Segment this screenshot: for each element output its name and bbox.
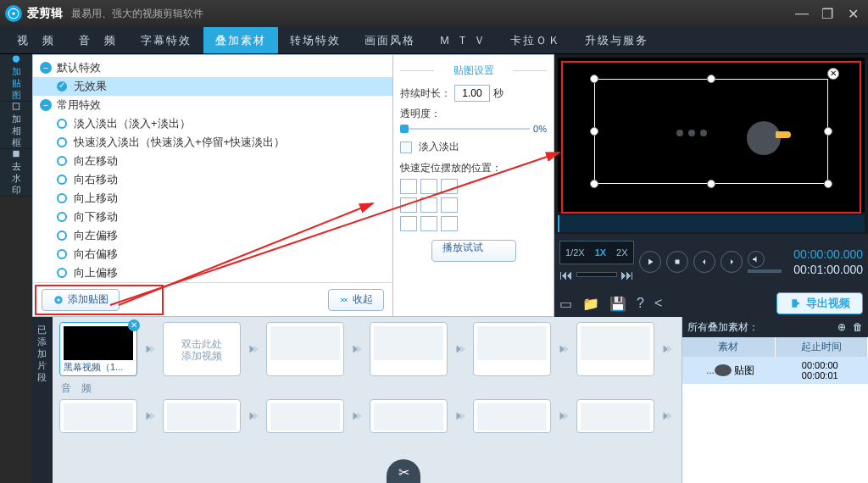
stop-button[interactable] <box>666 251 688 273</box>
clip-empty[interactable]: 双击此处添加视频 <box>163 322 241 376</box>
resize-handle[interactable] <box>707 180 715 188</box>
opacity-slider[interactable] <box>400 123 530 135</box>
sticker-delete-icon[interactable]: ✕ <box>827 68 839 80</box>
transition-icon[interactable] <box>142 341 158 357</box>
resize-handle[interactable] <box>707 75 715 83</box>
clip-remove-icon[interactable]: ✕ <box>128 319 140 331</box>
delete-material-icon[interactable]: 🗑 <box>853 321 863 333</box>
pos-ml[interactable] <box>400 197 417 213</box>
play-test-button[interactable]: 播放试试 <box>431 240 516 262</box>
transition-icon[interactable] <box>453 408 468 424</box>
sticker-icon[interactable] <box>747 121 781 155</box>
sticker-selection-box[interactable]: ✕ <box>594 79 827 184</box>
fade-checkbox[interactable] <box>400 142 412 153</box>
resize-handle[interactable] <box>590 180 598 188</box>
help-icon[interactable]: ? <box>637 296 644 311</box>
close-button[interactable]: ✕ <box>843 3 863 24</box>
effect-item[interactable]: 向左移动 <box>33 152 392 170</box>
transition-icon[interactable] <box>349 408 364 424</box>
tab-subtitle[interactable]: 字幕特效 <box>129 27 203 53</box>
tab-overlay[interactable]: 叠加素材 <box>203 27 278 53</box>
pos-mr[interactable] <box>441 197 458 213</box>
transition-icon[interactable] <box>246 408 261 424</box>
speed-half[interactable]: 1/2X <box>560 247 590 258</box>
effect-item[interactable]: 向上移动 <box>33 189 392 208</box>
tool-add-sticker[interactable]: 加 贴 图 <box>0 54 32 102</box>
pos-tc[interactable] <box>420 179 437 194</box>
add-sticker-button[interactable]: 添加贴图 <box>42 289 120 311</box>
preview-timeline[interactable] <box>558 215 865 232</box>
transition-icon[interactable] <box>142 408 158 424</box>
volume-slider[interactable] <box>748 269 782 273</box>
pos-bc[interactable] <box>420 216 437 231</box>
tab-audio[interactable]: 音 频 <box>67 27 129 53</box>
tab-mtv[interactable]: Ｍ Ｔ Ｖ <box>427 27 498 53</box>
audio-clip-empty[interactable] <box>370 399 448 433</box>
speed-2x[interactable]: 2X <box>611 247 632 258</box>
transition-icon[interactable] <box>659 408 675 424</box>
new-icon[interactable]: ▭ <box>559 296 572 312</box>
open-folder-icon[interactable]: 📁 <box>582 296 599 312</box>
share-icon[interactable]: < <box>654 296 662 311</box>
audio-clip-empty[interactable] <box>266 399 344 433</box>
audio-clip-empty[interactable] <box>163 399 241 433</box>
add-material-icon[interactable]: ⊕ <box>837 321 846 333</box>
clip-empty[interactable] <box>266 322 344 376</box>
effect-item[interactable]: 向左偏移 <box>33 226 392 245</box>
effects-tree[interactable]: −默认特效 无效果 −常用特效 淡入淡出（淡入+淡出） 快速淡入淡出（快速淡入+… <box>33 55 392 282</box>
tab-style[interactable]: 画面风格 <box>353 27 427 53</box>
next-segment-button[interactable]: ⏭ <box>620 268 634 283</box>
tab-upgrade[interactable]: 升级与服务 <box>573 27 660 53</box>
speed-1x[interactable]: 1X <box>590 247 611 258</box>
pos-mc[interactable] <box>420 197 437 213</box>
effect-none[interactable]: 无效果 <box>33 77 392 96</box>
play-button[interactable] <box>639 251 661 273</box>
resize-handle[interactable] <box>824 180 832 188</box>
transition-icon[interactable] <box>556 341 571 357</box>
effect-item[interactable]: 淡入淡出（淡入+淡出） <box>33 114 392 133</box>
prev-frame-button[interactable] <box>693 251 715 273</box>
pos-bl[interactable] <box>400 216 417 231</box>
resize-handle[interactable] <box>590 75 598 83</box>
clip-1[interactable]: ✕黑幕视频（1... <box>59 322 137 376</box>
clip-empty[interactable] <box>370 322 448 376</box>
export-video-button[interactable]: 导出视频 <box>776 292 863 314</box>
effect-item[interactable]: 向右移动 <box>33 170 392 189</box>
duration-input[interactable] <box>454 85 490 102</box>
effect-item[interactable]: 向下移动 <box>33 208 392 226</box>
resize-handle[interactable] <box>824 127 832 136</box>
tab-karaoke[interactable]: 卡拉ＯＫ <box>498 27 573 53</box>
audio-clip-empty[interactable] <box>576 399 654 433</box>
tab-transition[interactable]: 转场特效 <box>278 27 353 53</box>
clip-empty[interactable] <box>473 322 551 376</box>
position-slider[interactable] <box>576 272 617 277</box>
tab-video[interactable]: 视 频 <box>5 27 67 53</box>
clip-empty[interactable] <box>576 322 654 376</box>
tool-remove-watermark[interactable]: 去 水 印 <box>0 149 32 197</box>
effect-item[interactable]: 向右偏移 <box>33 245 392 264</box>
pos-tr[interactable] <box>441 179 458 194</box>
transition-icon[interactable] <box>659 341 675 357</box>
group-common[interactable]: −常用特效 <box>33 96 392 114</box>
video-preview[interactable]: ✕ <box>558 58 865 212</box>
volume-icon[interactable] <box>748 251 765 268</box>
pos-br[interactable] <box>441 216 458 231</box>
effect-item[interactable]: 快速淡入淡出（快速淡入+停留+快速淡出） <box>33 133 392 152</box>
transition-icon[interactable] <box>453 341 468 357</box>
pos-tl[interactable] <box>400 179 417 194</box>
save-icon[interactable]: 💾 <box>609 296 626 312</box>
cut-button[interactable]: ✂ <box>387 459 420 483</box>
group-default[interactable]: −默认特效 <box>33 58 392 77</box>
audio-clip-empty[interactable] <box>473 399 551 433</box>
prev-segment-button[interactable]: ⏮ <box>559 268 573 283</box>
minimize-button[interactable]: — <box>792 3 812 24</box>
transition-icon[interactable] <box>556 408 571 424</box>
tool-add-frame[interactable]: 加 相 框 <box>0 102 32 149</box>
transition-icon[interactable] <box>246 341 261 357</box>
audio-clip-empty[interactable] <box>59 399 137 433</box>
transition-icon[interactable] <box>349 341 364 357</box>
next-frame-button[interactable] <box>721 251 743 273</box>
collapse-button[interactable]: 收起 <box>328 289 384 311</box>
material-row[interactable]: … 贴图 00:00:0000:00:01 <box>682 357 868 384</box>
maximize-button[interactable]: ❐ <box>817 3 837 24</box>
